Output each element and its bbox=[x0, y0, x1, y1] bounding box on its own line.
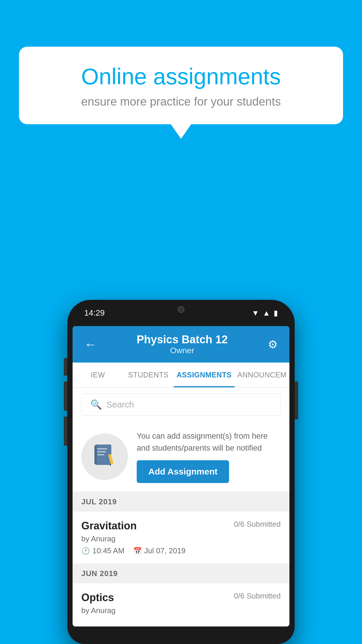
side-button-left-2 bbox=[64, 382, 67, 411]
svg-marker-6 bbox=[110, 464, 111, 466]
assignment-by-gravitation: by Anurag bbox=[81, 534, 281, 543]
settings-icon[interactable]: ⚙ bbox=[268, 338, 278, 351]
header-title-group: Physics Batch 12 Owner bbox=[96, 333, 268, 355]
phone-frame: 14:29 ▼ ▲ ▮ ← Physics Batch 12 Owner ⚙ bbox=[67, 300, 295, 644]
back-button[interactable]: ← bbox=[84, 337, 96, 351]
add-assignment-section: You can add assignment(s) from here and … bbox=[73, 421, 289, 492]
side-button-right bbox=[295, 382, 298, 419]
search-bar[interactable]: 🔍 Search bbox=[81, 393, 281, 416]
assignment-icon-circle bbox=[81, 433, 128, 480]
side-button-left-3 bbox=[64, 416, 67, 446]
search-input[interactable]: Search bbox=[106, 400, 134, 410]
signal-icon: ▲ bbox=[263, 309, 270, 318]
svg-rect-4 bbox=[97, 454, 104, 455]
tabs-bar: IEW STUDENTS ASSIGNMENTS ANNOUNCEM bbox=[73, 363, 289, 388]
speech-bubble-title: Online assignments bbox=[39, 64, 323, 89]
status-time: 14:29 bbox=[84, 308, 105, 318]
app-header: ← Physics Batch 12 Owner ⚙ bbox=[73, 326, 289, 363]
assignment-submitted-gravitation: 0/6 Submitted bbox=[234, 520, 281, 529]
speech-bubble-container: Online assignments ensure more practice … bbox=[19, 47, 343, 139]
search-icon: 🔍 bbox=[90, 399, 102, 410]
speech-bubble-pointer bbox=[171, 124, 191, 139]
phone-camera bbox=[178, 306, 184, 313]
assignment-name-optics: Optics bbox=[81, 592, 114, 604]
svg-rect-2 bbox=[97, 448, 107, 449]
search-container: 🔍 Search bbox=[73, 388, 289, 421]
battery-icon: ▮ bbox=[274, 309, 278, 318]
meta-date-gravitation: 📅 Jul 07, 2019 bbox=[133, 546, 186, 555]
tab-announcements[interactable]: ANNOUNCEM bbox=[235, 363, 289, 387]
speech-bubble: Online assignments ensure more practice … bbox=[19, 47, 343, 124]
notebook-svg bbox=[93, 443, 116, 469]
month-header-jul: JUL 2019 bbox=[73, 492, 289, 512]
assignment-submitted-optics: 0/6 Submitted bbox=[234, 592, 281, 601]
side-button-left-1 bbox=[64, 358, 67, 376]
header-title: Physics Batch 12 bbox=[96, 333, 268, 346]
svg-rect-1 bbox=[94, 445, 97, 464]
add-assignment-content: You can add assignment(s) from here and … bbox=[137, 430, 281, 483]
add-assignment-description: You can add assignment(s) from here and … bbox=[137, 430, 281, 454]
assignment-item-gravitation[interactable]: Gravitation 0/6 Submitted by Anurag 🕐 10… bbox=[73, 512, 289, 564]
speech-bubble-subtitle: ensure more practice for your students bbox=[39, 95, 323, 108]
assignment-meta-gravitation: 🕐 10:45 AM 📅 Jul 07, 2019 bbox=[81, 546, 281, 555]
assignment-row-top: Gravitation 0/6 Submitted bbox=[81, 520, 281, 532]
phone-bottom bbox=[73, 626, 289, 644]
assignment-item-optics[interactable]: Optics 0/6 Submitted by Anurag bbox=[73, 583, 289, 626]
assignment-date-gravitation: Jul 07, 2019 bbox=[144, 546, 186, 555]
meta-time-gravitation: 🕐 10:45 AM bbox=[81, 546, 124, 555]
phone-wrapper: 14:29 ▼ ▲ ▮ ← Physics Batch 12 Owner ⚙ bbox=[67, 300, 295, 644]
phone-notch bbox=[152, 300, 210, 319]
status-bar: 14:29 ▼ ▲ ▮ bbox=[73, 300, 289, 326]
tab-iew[interactable]: IEW bbox=[73, 363, 123, 387]
phone-screen: ← Physics Batch 12 Owner ⚙ IEW STUDENTS … bbox=[73, 326, 289, 626]
assignment-name-gravitation: Gravitation bbox=[81, 520, 137, 532]
add-assignment-button[interactable]: Add Assignment bbox=[137, 460, 229, 483]
assignment-icon-inner bbox=[93, 443, 116, 470]
month-header-jun: JUN 2019 bbox=[73, 564, 289, 583]
assignment-by-optics: by Anurag bbox=[81, 606, 281, 615]
calendar-icon: 📅 bbox=[133, 547, 142, 555]
assignment-time-gravitation: 10:45 AM bbox=[92, 546, 124, 555]
header-subtitle: Owner bbox=[96, 346, 268, 355]
svg-rect-3 bbox=[97, 451, 106, 452]
status-icons: ▼ ▲ ▮ bbox=[252, 309, 278, 318]
assignment-row-top-optics: Optics 0/6 Submitted bbox=[81, 592, 281, 604]
clock-icon: 🕐 bbox=[81, 547, 90, 555]
tab-assignments[interactable]: ASSIGNMENTS bbox=[174, 363, 235, 387]
tab-students[interactable]: STUDENTS bbox=[123, 363, 173, 387]
wifi-icon: ▼ bbox=[252, 309, 259, 318]
